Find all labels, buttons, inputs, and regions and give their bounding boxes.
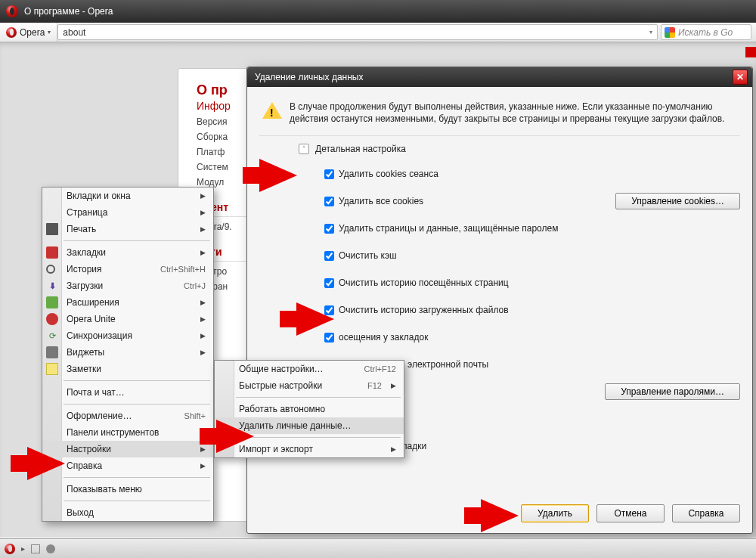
chevron-right-icon: ▶ (200, 249, 206, 256)
dialog-warning: В случае продолжения будут выполнены дей… (259, 96, 740, 136)
menu-item[interactable]: Импорт и экспорт▶ (215, 441, 404, 457)
menu-item-label: Справка (67, 460, 191, 471)
settings-submenu: Общие настройки…Ctrl+F12Быстрые настройк… (214, 360, 404, 458)
menu-item[interactable]: Страница▶ (42, 204, 213, 221)
sync-icon: ⟳ (46, 330, 58, 342)
menu-item[interactable]: Быстрые настройкиF12▶ (215, 377, 404, 394)
menu-item[interactable]: Почта и чат… (42, 384, 213, 401)
menu-item[interactable]: Работать автономно (215, 401, 404, 417)
menu-item[interactable]: Настройки▶ (42, 441, 213, 457)
menu-item-label: Синхронизация (67, 330, 191, 341)
option-checkbox-bm_visits_tail[interactable] (324, 333, 334, 343)
option-row: Удалить все cookiesУправление cookies… (324, 188, 740, 215)
opera-main-menu: Вкладки и окна▶Страница▶Печать▶Закладки▶… (42, 187, 214, 522)
help-button[interactable]: Справка (672, 504, 740, 522)
option-checkbox-del_all_cookies[interactable] (324, 197, 334, 206)
manage-button[interactable]: Управление паролями… (605, 383, 740, 400)
menu-item-label: Opera Unite (67, 314, 191, 324)
opera-logo-icon (6, 5, 18, 17)
menu-item[interactable]: Панели инструментов▶ (42, 424, 213, 441)
menu-item[interactable]: Opera Unite▶ (42, 311, 213, 327)
option-checkbox-del_session_cookies[interactable] (324, 169, 334, 179)
dialog-title: Удаление личных данных (255, 72, 363, 82)
decorative-box (745, 47, 756, 57)
menu-item[interactable]: Выход (42, 504, 213, 521)
chevron-right-icon: ▶ (200, 349, 206, 356)
window-title: О программе - Opera (24, 6, 113, 17)
menu-item[interactable]: Показывать меню (42, 481, 213, 498)
opera-menu-button[interactable]: Opera ▾ (0, 23, 57, 42)
option-label: Удалить cookies сеанса (339, 169, 438, 179)
menu-item-label: Быстрые настройки (239, 380, 352, 391)
main-toolbar: Opera ▾ about ▾ Искать в Go (0, 23, 756, 42)
option-checkbox-del_protected[interactable] (324, 224, 334, 234)
menu-item[interactable]: Удалить личные данные… (215, 417, 404, 434)
menu-item-label: Выход (67, 507, 206, 518)
menu-item[interactable]: ⟳Синхронизация▶ (42, 327, 213, 344)
menu-item-label: Настройки (67, 444, 191, 454)
detail-toggle[interactable]: ˆ Детальная настройка (299, 144, 740, 154)
bookmark-icon (46, 246, 58, 259)
menu-item[interactable]: Расширения▶ (42, 294, 213, 311)
note-icon (46, 363, 58, 375)
option-row: Очистить кэш (324, 242, 740, 269)
chevron-right-icon: ▶ (200, 445, 206, 453)
option-label: Удалить страницы и данные, защищённые па… (339, 223, 558, 234)
warning-text: В случае продолжения будут выполнены дей… (290, 101, 737, 125)
search-box[interactable]: Искать в Go (661, 24, 751, 40)
menu-item[interactable]: Печать▶ (42, 221, 213, 237)
menu-item[interactable]: Виджеты▶ (42, 344, 213, 361)
chevron-right-icon: ▶ (200, 429, 206, 436)
chevron-right-icon: ▶ (200, 315, 206, 323)
dialog-titlebar: Удаление личных данных ✕ (247, 67, 752, 87)
menu-item-label: Виджеты (67, 347, 191, 358)
menu-item[interactable]: Справка▶ (42, 457, 213, 474)
menu-item[interactable]: Общие настройки…Ctrl+F12 (215, 361, 404, 377)
menu-item-label: Заметки (67, 364, 206, 374)
globe-icon (46, 313, 58, 325)
menu-item-label: Расширения (67, 297, 191, 308)
address-value: about (63, 27, 85, 38)
option-checkbox-clear_cache[interactable] (324, 251, 334, 261)
menu-item-label: Оформление… (67, 411, 169, 421)
menu-item[interactable]: Вкладки и окна▶ (42, 188, 213, 204)
option-row: Удалить страницы и данные, защищённые па… (324, 215, 740, 242)
menu-item[interactable]: Оформление…Shift+ (42, 408, 213, 424)
clock-icon (46, 265, 55, 274)
option-label: Очистить кэш (339, 250, 397, 261)
chevron-up-icon: ˆ (299, 144, 309, 154)
chevron-right-icon: ▶ (200, 332, 206, 339)
widget-icon (46, 346, 58, 358)
menu-item[interactable]: ИсторияCtrl+Shift+H (42, 261, 213, 277)
menu-item[interactable]: Закладки▶ (42, 244, 213, 261)
ok-button[interactable]: Удалить (521, 504, 589, 522)
close-button[interactable]: ✕ (733, 70, 748, 85)
dialog-button-row: Удалить Отмена Справка (247, 497, 752, 533)
menu-item[interactable]: ⬇ЗагрузкиCtrl+J (42, 277, 213, 294)
chevron-right-icon: ▶ (200, 299, 206, 306)
option-checkbox-clear_downloads[interactable] (324, 305, 334, 315)
chevron-right-icon: ▶ (200, 209, 206, 216)
menu-item-label: Печать (67, 224, 191, 234)
option-label: осещения у закладок (339, 332, 428, 343)
download-icon: ⬇ (46, 280, 58, 292)
menu-item-label: Закладки (67, 247, 191, 258)
chevron-right-icon: ▶ (200, 192, 206, 200)
delete-private-data-dialog: Удаление личных данных ✕ В случае продол… (246, 67, 753, 534)
menu-item-label: Почта и чат… (67, 387, 206, 398)
cancel-button[interactable]: Отмена (596, 504, 665, 522)
option-checkbox-clear_history[interactable] (324, 278, 334, 288)
menu-item[interactable]: Заметки (42, 361, 213, 377)
menu-item-shortcut: Ctrl+J (184, 281, 206, 290)
menu-item-label: Панели инструментов (67, 427, 191, 438)
address-bar[interactable]: about ▾ (57, 24, 658, 40)
option-row: Очистить историю посещённых страниц (324, 269, 740, 296)
menu-item-label: Показывать меню (67, 484, 206, 494)
warning-icon (262, 102, 282, 119)
manage-button[interactable]: Управление cookies… (615, 193, 740, 209)
status-icon: ▸ (21, 544, 25, 553)
print-icon (46, 223, 58, 235)
option-row: Очистить историю загруженных файлов (324, 296, 740, 324)
detail-toggle-label: Детальная настройка (315, 144, 406, 154)
menu-item-label: Удалить личные данные… (239, 420, 396, 431)
